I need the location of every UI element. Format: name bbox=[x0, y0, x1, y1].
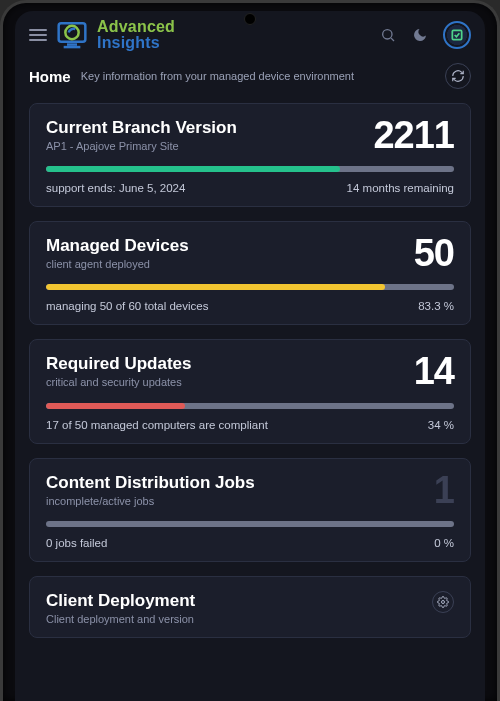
card-foot-left: support ends: June 5, 2024 bbox=[46, 182, 185, 194]
card-subtitle: AP1 - Apajove Primary Site bbox=[46, 140, 237, 152]
svg-line-5 bbox=[391, 38, 394, 41]
card-title: Managed Devices bbox=[46, 236, 189, 256]
card-title: Client Deployment bbox=[46, 591, 195, 611]
card-subtitle: incomplete/active jobs bbox=[46, 495, 255, 507]
svg-rect-2 bbox=[64, 46, 81, 49]
card-foot-right: 0 % bbox=[434, 537, 454, 549]
phone-frame: Advanced Insights Home Key information f… bbox=[0, 0, 500, 701]
svg-point-7 bbox=[442, 600, 445, 603]
page-subtitle: Key information from your managed device… bbox=[81, 70, 435, 82]
page-header: Home Key information from your managed d… bbox=[15, 57, 485, 103]
gear-icon[interactable] bbox=[432, 591, 454, 613]
card-subtitle: critical and security updates bbox=[46, 376, 191, 388]
progress-fill bbox=[46, 284, 385, 290]
screen: Advanced Insights Home Key information f… bbox=[15, 11, 485, 701]
progress-fill bbox=[46, 166, 340, 172]
card-content-distribution[interactable]: Content Distribution Jobs incomplete/act… bbox=[29, 458, 471, 562]
card-branch-version[interactable]: Current Branch Version AP1 - Apajove Pri… bbox=[29, 103, 471, 207]
card-title: Required Updates bbox=[46, 354, 191, 374]
card-foot-right: 83.3 % bbox=[418, 300, 454, 312]
brand-logo[interactable]: Advanced Insights bbox=[55, 19, 175, 51]
card-title: Current Branch Version bbox=[46, 118, 237, 138]
progress-bar bbox=[46, 521, 454, 527]
card-value: 14 bbox=[414, 354, 454, 388]
brand-line-1: Advanced bbox=[97, 19, 175, 35]
progress-bar bbox=[46, 403, 454, 409]
progress-fill bbox=[46, 403, 185, 409]
card-value: 1 bbox=[434, 473, 454, 507]
card-foot-left: 0 jobs failed bbox=[46, 537, 107, 549]
svg-rect-1 bbox=[67, 43, 77, 46]
card-foot-left: 17 of 50 managed computers are compliant bbox=[46, 419, 268, 431]
card-value: 2211 bbox=[373, 118, 454, 152]
cards-container: Current Branch Version AP1 - Apajove Pri… bbox=[15, 103, 485, 638]
top-icons bbox=[379, 21, 471, 49]
card-title: Content Distribution Jobs bbox=[46, 473, 255, 493]
front-camera bbox=[244, 13, 256, 25]
card-foot-right: 14 months remaining bbox=[347, 182, 454, 194]
brand-line-2: Insights bbox=[97, 35, 175, 51]
card-foot-right: 34 % bbox=[428, 419, 454, 431]
progress-bar bbox=[46, 284, 454, 290]
brand-text: Advanced Insights bbox=[97, 19, 175, 51]
avatar[interactable] bbox=[443, 21, 471, 49]
progress-bar bbox=[46, 166, 454, 172]
page-title: Home bbox=[29, 68, 71, 85]
card-value: 50 bbox=[414, 236, 454, 270]
search-icon[interactable] bbox=[379, 26, 397, 44]
menu-icon[interactable] bbox=[29, 29, 47, 41]
refresh-button[interactable] bbox=[445, 63, 471, 89]
card-client-deployment[interactable]: Client Deployment Client deployment and … bbox=[29, 576, 471, 638]
card-foot-left: managing 50 of 60 total devices bbox=[46, 300, 208, 312]
card-managed-devices[interactable]: Managed Devices client agent deployed 50… bbox=[29, 221, 471, 325]
dark-mode-icon[interactable] bbox=[411, 26, 429, 44]
card-subtitle: client agent deployed bbox=[46, 258, 189, 270]
logo-mark-icon bbox=[55, 20, 89, 50]
card-subtitle: Client deployment and version bbox=[46, 613, 195, 625]
card-required-updates[interactable]: Required Updates critical and security u… bbox=[29, 339, 471, 443]
svg-point-4 bbox=[383, 30, 392, 39]
